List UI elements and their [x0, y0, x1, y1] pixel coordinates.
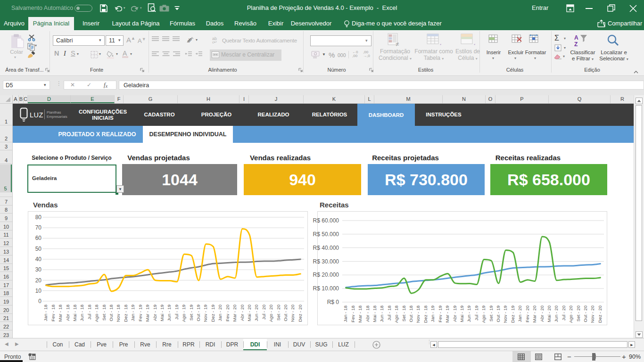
svg-text:Mar - 18: Mar - 18 — [58, 304, 63, 321]
svg-text:Jun - 19: Jun - 19 — [166, 304, 172, 321]
svg-text:Nov - 19: Nov - 19 — [503, 305, 508, 323]
svg-text:Set - 18: Set - 18 — [401, 305, 406, 321]
svg-text:Dez - 20: Dez - 20 — [597, 305, 603, 323]
svg-text:Mar - 20: Mar - 20 — [232, 304, 237, 321]
svg-text:Ago - 19: Ago - 19 — [181, 304, 186, 322]
svg-text:Set - 18: Set - 18 — [101, 304, 107, 321]
svg-text:Out - 19: Out - 19 — [196, 304, 201, 321]
svg-text:Jun - 18: Jun - 18 — [79, 304, 84, 321]
svg-text:Jan - 20: Jan - 20 — [517, 305, 522, 322]
svg-text:Jun - 18: Jun - 18 — [379, 305, 384, 322]
svg-text:Nov - 20: Nov - 20 — [590, 305, 595, 323]
svg-text:Mai - 18: Mai - 18 — [372, 305, 377, 322]
svg-text:Out - 20: Out - 20 — [283, 304, 288, 321]
svg-text:Mai - 19: Mai - 19 — [159, 304, 165, 321]
svg-text:80: 80 — [35, 214, 42, 221]
svg-text:Set - 19: Set - 19 — [189, 304, 194, 321]
svg-text:Ago - 19: Ago - 19 — [481, 305, 486, 323]
svg-text:Jan - 19: Jan - 19 — [430, 305, 435, 322]
svg-text:Dez - 19: Dez - 19 — [510, 305, 515, 323]
svg-text:Mar - 20: Mar - 20 — [532, 305, 537, 322]
svg-text:0: 0 — [38, 298, 41, 304]
svg-text:Out - 18: Out - 18 — [108, 304, 114, 321]
svg-text:70: 70 — [35, 224, 42, 231]
svg-text:50: 50 — [35, 246, 42, 252]
svg-text:Fev - 18: Fev - 18 — [350, 305, 355, 322]
svg-text:Fev - 19: Fev - 19 — [438, 305, 443, 322]
svg-text:Mar - 19: Mar - 19 — [445, 305, 450, 322]
svg-text:Fev - 18: Fev - 18 — [50, 304, 56, 321]
svg-text:Abr - 18: Abr - 18 — [365, 305, 370, 321]
svg-text:Nov - 18: Nov - 18 — [415, 305, 421, 323]
svg-text:Abr - 19: Abr - 19 — [452, 305, 457, 322]
svg-text:Jan - 18: Jan - 18 — [343, 305, 348, 322]
svg-text:Jul - 19: Jul - 19 — [174, 304, 179, 320]
svg-text:10: 10 — [35, 288, 42, 294]
svg-text:Mai - 20: Mai - 20 — [247, 304, 252, 321]
svg-text:60: 60 — [35, 235, 42, 241]
svg-text:R$ 50.000: R$ 50.000 — [313, 231, 339, 238]
svg-text:Jan - 18: Jan - 18 — [43, 304, 48, 321]
svg-text:Dez - 18: Dez - 18 — [423, 305, 428, 323]
svg-text:Abr - 20: Abr - 20 — [539, 305, 545, 321]
svg-text:Jul - 19: Jul - 19 — [474, 305, 479, 321]
svg-text:Set - 19: Set - 19 — [488, 305, 494, 321]
svg-text:Jun - 19: Jun - 19 — [466, 305, 471, 322]
svg-text:R$ 10.000: R$ 10.000 — [313, 285, 339, 292]
svg-text:R$ 20.000: R$ 20.000 — [313, 272, 339, 278]
svg-text:Jul - 18: Jul - 18 — [387, 305, 392, 321]
svg-text:Dez - 18: Dez - 18 — [123, 304, 128, 322]
svg-text:Ago - 18: Ago - 18 — [394, 305, 399, 323]
svg-text:40: 40 — [35, 256, 42, 263]
svg-text:R$ 40.000: R$ 40.000 — [313, 245, 339, 251]
svg-text:20: 20 — [35, 277, 42, 284]
svg-text:Nov - 19: Nov - 19 — [203, 304, 208, 322]
svg-text:Jan - 19: Jan - 19 — [130, 304, 135, 321]
svg-text:Set - 20: Set - 20 — [276, 304, 281, 321]
svg-text:Fev - 20: Fev - 20 — [525, 305, 530, 322]
svg-text:Jun - 20: Jun - 20 — [553, 305, 559, 322]
svg-text:Ago - 20: Ago - 20 — [268, 304, 273, 322]
svg-text:R$ 30.000: R$ 30.000 — [313, 258, 339, 265]
svg-text:Mar - 19: Mar - 19 — [145, 304, 150, 321]
svg-text:Out - 20: Out - 20 — [583, 305, 588, 322]
svg-text:Abr - 20: Abr - 20 — [239, 304, 245, 321]
svg-text:R$ 0: R$ 0 — [327, 299, 339, 305]
svg-text:R$ 60.000: R$ 60.000 — [313, 217, 339, 224]
svg-text:Out - 18: Out - 18 — [408, 305, 413, 322]
svg-text:Nov - 18: Nov - 18 — [116, 304, 121, 322]
svg-text:Mai - 19: Mai - 19 — [459, 305, 464, 322]
svg-text:Abr - 18: Abr - 18 — [65, 304, 70, 321]
svg-text:Jun - 20: Jun - 20 — [254, 304, 259, 321]
svg-text:Fev - 20: Fev - 20 — [225, 304, 230, 321]
svg-text:Jul - 20: Jul - 20 — [561, 305, 566, 321]
svg-text:Mai - 20: Mai - 20 — [546, 305, 552, 322]
svg-text:Nov - 20: Nov - 20 — [290, 304, 295, 322]
svg-text:30: 30 — [35, 266, 42, 273]
svg-text:Dez - 20: Dez - 20 — [297, 304, 303, 322]
svg-text:Ago - 20: Ago - 20 — [568, 305, 573, 323]
svg-text:Dez - 19: Dez - 19 — [210, 304, 215, 322]
svg-text:Fev - 19: Fev - 19 — [138, 304, 143, 321]
svg-text:Set - 20: Set - 20 — [576, 305, 581, 321]
svg-text:Abr - 19: Abr - 19 — [152, 304, 157, 321]
svg-text:Jan - 20: Jan - 20 — [217, 304, 223, 321]
svg-text:Jul - 20: Jul - 20 — [261, 304, 266, 320]
svg-text:Mai - 18: Mai - 18 — [72, 304, 77, 321]
svg-text:Mar - 18: Mar - 18 — [357, 305, 363, 322]
svg-text:Jul - 18: Jul - 18 — [87, 304, 92, 320]
svg-text:Out - 19: Out - 19 — [495, 305, 501, 322]
svg-text:Ago - 18: Ago - 18 — [94, 304, 99, 322]
